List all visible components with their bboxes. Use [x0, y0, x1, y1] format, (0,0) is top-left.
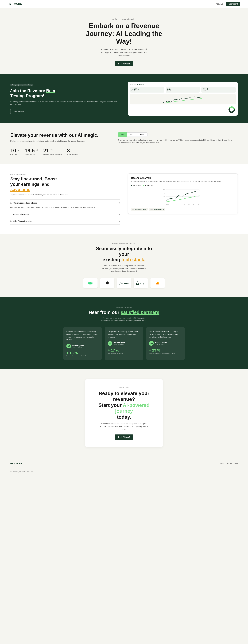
footer-links: Contact Book A Demo! — [219, 462, 238, 464]
beta-title: Join the Revmore Beta Testing Program! — [10, 88, 120, 98]
tech-logo-firebase — [150, 278, 165, 288]
footer-contact-link[interactable]: Contact — [219, 462, 225, 464]
test-author-1: SB Sajad Beigiani Game Producer — [66, 344, 99, 348]
rev-chart: 60 40 20 1,500 3 5 7 9 — [131, 188, 235, 206]
svg-text:20: 20 — [163, 196, 165, 197]
test-text-1: Revmore was instrumental in enhancing ou… — [66, 330, 99, 341]
test-name-2: Ehsan Bagheri — [114, 342, 125, 344]
test-name-3: Sahand Malaei — [155, 342, 167, 344]
beta-cta-button[interactable]: Book A Demo! — [10, 109, 27, 114]
legend-ads: ADS Growth — [143, 184, 153, 186]
cta-button[interactable]: Book A Demo! — [115, 434, 133, 440]
price-tags: IAP $12,345.54 (12%) ADS $9,234.00 (17%) — [131, 208, 235, 211]
price-tag-ads: ADS $9,234.00 (17%) — [149, 208, 165, 211]
test-name-1: Sajad Beigiani — [72, 344, 84, 346]
rev-legend: IAP Growth ADS Growth — [131, 184, 235, 186]
chevron-down-icon-3: ∨ — [119, 220, 120, 222]
rev-title: Revenue Analysis — [131, 177, 235, 180]
hero-tag: AI-Based revenue optimization — [2, 18, 246, 20]
test-metric-label-2: Average revenue growth — [108, 352, 140, 354]
cta-section: Launch Today Ready to elevate your reven… — [0, 369, 248, 458]
svg-text:40: 40 — [163, 192, 165, 194]
svg-rect-19 — [89, 282, 92, 284]
ai-section: Elevate your revenue with our AI magic. … — [0, 123, 248, 164]
testimonials-title: Hear from our satisfied partners — [10, 310, 238, 315]
accordion: 1. Customized package offering ∧ Our AI-… — [10, 200, 120, 224]
accordion-item-1: 1. Customized package offering ∧ Our AI-… — [10, 200, 120, 211]
test-card-3: With Revmore's assistance, "Untangle" ov… — [146, 327, 185, 360]
tech-logo-apple — [100, 278, 114, 288]
accordion-header-2[interactable]: 2. Ad interval AB tests ∨ — [10, 211, 120, 218]
beta-section: Start your journey with us today Join th… — [0, 74, 248, 123]
svg-text:1,500: 1,500 — [166, 204, 169, 205]
accordion-header-1[interactable]: 1. Customized package offering ∧ — [10, 200, 120, 206]
svg-text:60: 60 — [163, 189, 165, 190]
svg-text:RE: RE — [8, 2, 11, 5]
tab-hybrid[interactable]: Hybrid — [136, 132, 148, 137]
test-role-3: Game Producer — [155, 344, 167, 345]
accordion-header-3[interactable]: 3. SKU Price optimization ∨ — [10, 218, 120, 224]
accordion-item-3: 3. SKU Price optimization ∨ — [10, 218, 120, 224]
accordion-body-1: Our AI-driven Platform suggests the best… — [10, 206, 120, 211]
stat-user-data: 10 M User data — [10, 148, 19, 155]
legend-iap: IAP Growth — [131, 184, 141, 186]
test-text-2: This product alleviated my worries about… — [108, 330, 140, 338]
stat-user-engagement: 21 % Increase user engagement — [43, 148, 62, 155]
opt-desc: Augment your revenue channels effortless… — [10, 194, 120, 196]
footer: RE / MORE Contact Book A Demo! — [0, 458, 248, 469]
tech-logo-metrix: Metrix — [117, 278, 131, 288]
revenue-card: Revenue Analysis This demonstrates how R… — [128, 174, 238, 214]
mockup-stat-3: 9.71 $ ARPU — [201, 87, 236, 92]
svg-text:15: 15 — [198, 204, 199, 205]
tab-iaa[interactable]: IAA — [127, 132, 136, 137]
price-tag-iap: IAP $12,345.54 (12%) — [131, 208, 148, 211]
tech-logos: Metrix unity — [10, 278, 238, 288]
cta-card: Launch Today Ready to elevate your reven… — [85, 379, 163, 448]
test-avatar-2: EB — [108, 341, 112, 346]
svg-text:MORE: MORE — [15, 462, 22, 465]
tech-desc: Our multi-platform SDK is compatible wit… — [98, 264, 150, 273]
svg-point-21 — [91, 283, 91, 284]
accordion-item-2: 2. Ad interval AB tests ∨ — [10, 211, 120, 218]
tech-logo-android — [83, 278, 98, 288]
optimization-section: Optimization Solutions Stay fine-tuned, … — [0, 164, 248, 234]
svg-text:RE: RE — [10, 462, 13, 465]
test-metric-label-3: Increase in ABPPU in the two first month… — [149, 352, 182, 354]
svg-point-20 — [90, 283, 90, 284]
svg-text:unity: unity — [140, 282, 144, 284]
testimonials-tag: Customer Testimonials — [10, 306, 238, 308]
footer-logo: RE / MORE — [10, 462, 23, 466]
nav-dashboard-button[interactable]: Dashboard — [226, 2, 240, 6]
svg-marker-23 — [136, 282, 139, 284]
test-card-1: Revmore was instrumental in enhancing ou… — [63, 327, 102, 360]
svg-text:5: 5 — [176, 204, 176, 205]
stat-revenue-growth: 18.5 % Revenue growth — [25, 148, 38, 155]
footer-demo-link[interactable]: Book A Demo! — [227, 462, 238, 464]
hero-cta-button[interactable]: Book A Demo! — [115, 61, 133, 66]
test-card-2: This product alleviated my worries about… — [105, 327, 143, 360]
cta-title: Ready to elevate your revenue? Start you… — [90, 390, 158, 420]
testimonials-cards: Revmore was instrumental in enhancing ou… — [10, 327, 238, 360]
nav-logo: RE / MORE — [8, 2, 23, 6]
test-metric-2: + 17 % — [108, 348, 140, 352]
hero-section: AI-Based revenue optimization Embark on … — [0, 8, 248, 74]
svg-text:9: 9 — [184, 204, 185, 205]
testimonials-desc: The best way to showcase our commitment … — [98, 317, 150, 322]
tab-iap[interactable]: IAP — [118, 132, 127, 137]
nav-about-link[interactable]: About Us — [216, 3, 223, 5]
chevron-up-icon: ∧ — [119, 202, 120, 204]
test-author-3: SM Sahand Malaei Game Producer — [149, 341, 182, 346]
navbar: RE / MORE About Us Dashboard — [0, 0, 248, 8]
rev-desc: This demonstrates how Revmore have perfo… — [131, 180, 235, 182]
tech-tag: Effortless infrastructure integration — [10, 243, 238, 244]
test-text-3: With Revmore's assistance, "Untangle" ov… — [149, 330, 182, 338]
beta-mockup: Overview Dashboard 18 429 $ Total Revenu… — [128, 82, 238, 116]
hero-subtitle: Revmore helps you to grow the IAP & IAA … — [100, 48, 148, 57]
ai-title: Elevate your revenue with our AI magic. — [10, 132, 110, 138]
mockup-title: Overview Dashboard — [130, 84, 236, 86]
svg-text:/: / — [14, 462, 15, 464]
svg-text:3: 3 — [172, 204, 172, 205]
legend-dot-iap — [131, 185, 132, 186]
ai-tab-group: IAP IAA Hybrid — [118, 132, 238, 137]
svg-text:13: 13 — [193, 204, 195, 205]
